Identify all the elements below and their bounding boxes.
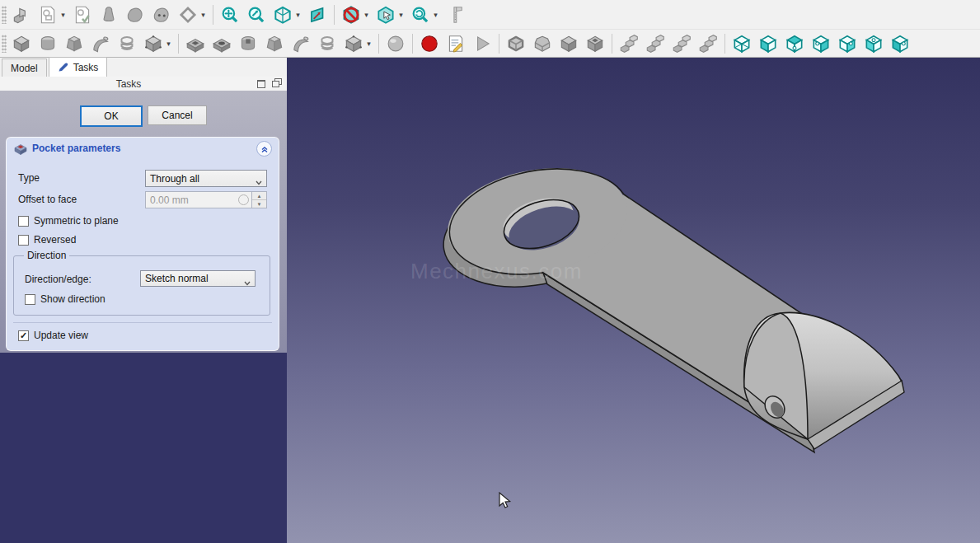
reversed-checkbox[interactable]	[18, 235, 29, 246]
additive-sweep-button[interactable]	[88, 31, 113, 56]
collapse-button[interactable]	[256, 141, 272, 157]
additive-primitive-button[interactable]: ▾	[141, 31, 174, 56]
edit-macro-button[interactable]	[443, 31, 468, 56]
additive-primitive-icon	[143, 33, 164, 54]
symmetric-checkbox[interactable]	[18, 216, 29, 227]
show-direction-checkbox[interactable]	[25, 294, 35, 305]
linear-pattern-icon	[645, 33, 666, 54]
pocket-button[interactable]	[183, 31, 208, 56]
multi-transform-button[interactable]	[696, 31, 720, 56]
additive-loft-button[interactable]	[62, 31, 87, 56]
3d-viewport[interactable]: Mechnexus.com	[287, 58, 980, 543]
dropdown-arrow-icon[interactable]: ▾	[59, 11, 67, 19]
hole-button[interactable]	[209, 31, 234, 56]
task-panel-empty-area	[0, 353, 287, 543]
polar-pattern-button[interactable]	[669, 31, 694, 56]
top-view-button[interactable]	[782, 31, 807, 56]
panel-titlebar: Tasks	[0, 77, 287, 91]
create-sketch-button[interactable]: ▾	[35, 2, 68, 27]
bottom-view-button[interactable]	[861, 31, 886, 56]
cancel-button[interactable]: Cancel	[148, 105, 207, 125]
subtractive-loft-button[interactable]	[262, 31, 287, 56]
pad-button[interactable]	[9, 31, 34, 56]
ok-button[interactable]: OK	[80, 105, 143, 127]
zoom-selection-button[interactable]	[244, 2, 269, 27]
direction-edge-combobox[interactable]: Sketch normal	[140, 270, 256, 287]
clipping-plane-button[interactable]: ▾	[339, 2, 372, 27]
toolbar-handle[interactable]	[2, 35, 7, 53]
dropdown-arrow-icon[interactable]: ▾	[294, 11, 302, 19]
spinbox-arrows[interactable]: ▲ ▼	[251, 192, 266, 208]
map-sketch-to-face-button[interactable]	[123, 2, 148, 27]
measure-button[interactable]	[443, 2, 467, 27]
dropdown-arrow-icon[interactable]: ▾	[165, 40, 172, 48]
update-view-checkbox[interactable]	[18, 330, 29, 341]
groove-button[interactable]	[236, 31, 260, 56]
edit-sketch-button[interactable]	[70, 2, 95, 27]
dropdown-arrow-icon[interactable]: ▾	[432, 11, 439, 19]
subtractive-sweep-button[interactable]	[288, 31, 313, 56]
fillet-button[interactable]	[504, 31, 528, 56]
toolbar-handle[interactable]	[2, 6, 7, 24]
chamfer-button[interactable]	[530, 31, 555, 56]
tab-tasks[interactable]: Tasks	[49, 57, 108, 77]
execute-macro-button[interactable]	[470, 31, 495, 56]
dropdown-arrow-icon[interactable]: ▾	[199, 11, 207, 19]
record-macro-button[interactable]	[417, 31, 442, 56]
create-body-button[interactable]	[9, 2, 34, 27]
task-panel: Model Tasks Tasks OK Cancel	[0, 58, 287, 543]
left-view-button[interactable]	[888, 31, 912, 56]
draw-style-button[interactable]: ▾	[408, 2, 441, 27]
isometric-view-button[interactable]	[729, 31, 754, 56]
offset-value: 0.00 mm	[150, 194, 189, 206]
expression-icon[interactable]	[238, 194, 249, 205]
subtractive-helix-button[interactable]	[315, 31, 340, 56]
type-value: Through all	[150, 173, 199, 185]
additive-helix-button[interactable]	[115, 31, 139, 56]
direction-group-label: Direction	[24, 250, 69, 261]
3d-model[interactable]	[287, 58, 980, 543]
show-direction-checkbox-row[interactable]: Show direction	[25, 293, 106, 305]
front-view-button[interactable]	[756, 31, 781, 56]
spin-up-icon[interactable]: ▲	[252, 192, 266, 200]
bottom-view-icon	[863, 33, 884, 54]
create-datum-icon	[98, 4, 120, 26]
create-datum-button[interactable]	[96, 2, 121, 27]
fit-all-button[interactable]	[218, 2, 242, 27]
reversed-checkbox-row[interactable]: Reversed	[18, 234, 76, 246]
offset-to-face-input[interactable]: 0.00 mm ▲ ▼	[145, 191, 267, 208]
edit-sketch-icon	[72, 4, 93, 26]
toolbar-view: ▾▾▾▾▾▾	[0, 0, 980, 30]
dropdown-arrow-icon[interactable]: ▾	[363, 11, 370, 19]
subtractive-primitive-button[interactable]: ▾	[341, 31, 374, 56]
right-view-button[interactable]	[809, 31, 833, 56]
groove-icon	[237, 33, 259, 54]
type-combobox[interactable]: Through all	[145, 170, 267, 187]
dropdown-arrow-icon[interactable]: ▾	[365, 40, 373, 48]
hole-icon	[211, 33, 232, 54]
toolbar-separator	[724, 34, 725, 54]
dialog-title: Pocket parameters	[32, 143, 120, 154]
validate-sketch-button[interactable]	[149, 2, 174, 27]
dropdown-arrow-icon[interactable]: ▾	[397, 11, 405, 19]
spin-down-icon[interactable]: ▼	[252, 200, 266, 208]
update-view-checkbox-row[interactable]: Update view	[18, 330, 88, 341]
boolean-operation-button[interactable]	[383, 31, 408, 56]
linear-pattern-button[interactable]	[643, 31, 668, 56]
mirrored-button[interactable]	[617, 31, 641, 56]
revolution-button[interactable]	[35, 31, 60, 56]
multi-transform-icon	[697, 33, 719, 54]
symmetric-checkbox-row[interactable]: Symmetric to plane	[18, 215, 119, 227]
undock-icon[interactable]	[257, 80, 266, 88]
tab-model[interactable]: Model	[2, 59, 47, 77]
draft-button[interactable]	[556, 31, 581, 56]
align-to-selection-button[interactable]	[305, 2, 330, 27]
datum-plane-button[interactable]: ▾	[176, 2, 209, 27]
thickness-button[interactable]	[583, 31, 607, 56]
axonometric-view-button[interactable]: ▾	[270, 2, 303, 27]
cancel-button-label: Cancel	[162, 110, 192, 121]
navigation-cube-button[interactable]: ▾	[373, 2, 406, 27]
popout-icon[interactable]	[272, 80, 281, 88]
rear-view-button[interactable]	[835, 31, 860, 56]
freecad-window: ▾▾▾▾▾▾ ▾▾ Model Tasks Tasks OK Canc	[0, 0, 980, 543]
